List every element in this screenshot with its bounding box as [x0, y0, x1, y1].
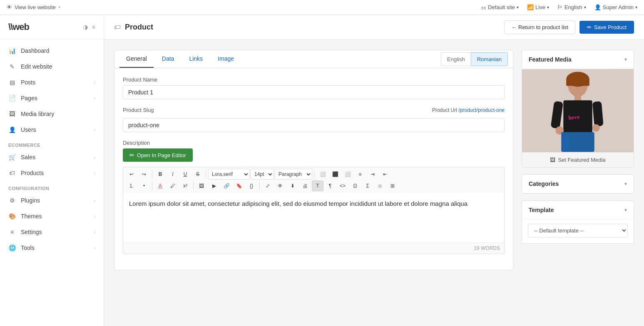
sidebar-item-themes[interactable]: 🎨 Themes ›: [0, 208, 104, 224]
users-icon: 👤: [8, 126, 16, 133]
sidebar-item-dashboard-inner: 📊 Dashboard: [8, 47, 50, 54]
sep-6: [259, 182, 260, 190]
bookmark-button[interactable]: 🔖: [233, 180, 245, 191]
text-color-button[interactable]: A: [154, 180, 166, 191]
sidebar-item-settings[interactable]: ≡ Settings ›: [0, 224, 104, 240]
topbar-right: ⚏ Default site ▾ 📶 Live ▾ 🏳 English ▾ 👤 …: [481, 4, 637, 10]
themes-icon: 🎨: [8, 212, 16, 220]
lang-tab-english[interactable]: English: [441, 52, 471, 66]
insert-video-button[interactable]: ▶: [208, 180, 220, 191]
fullscreen-button[interactable]: ⤢: [262, 180, 274, 191]
insert-image-button[interactable]: 🖼: [196, 180, 207, 191]
table-button[interactable]: ⊞: [387, 180, 398, 191]
set-featured-media-button[interactable]: 🖼 Set Featured Media: [522, 152, 634, 167]
ordered-list-button[interactable]: 1.: [126, 180, 137, 191]
bold-button[interactable]: B: [154, 169, 166, 180]
align-center-button[interactable]: ⬛: [329, 169, 341, 180]
categories-header[interactable]: Categories ▾: [522, 175, 634, 193]
underline-button[interactable]: U: [179, 169, 191, 180]
open-page-editor-button[interactable]: ✏ Open In Page Editor: [123, 148, 193, 162]
set-media-label: Set Featured Media: [558, 157, 605, 163]
font-family-select[interactable]: Lora,serif: [208, 169, 250, 180]
sidebar-item-users-inner: 👤 Users: [8, 126, 36, 133]
math-button[interactable]: Σ: [362, 180, 373, 191]
sidebar-item-pages-label: Pages: [21, 95, 37, 101]
settings-chevron: ›: [94, 230, 95, 235]
default-site-selector[interactable]: ⚏ Default site ▾: [481, 4, 519, 10]
admin-chevron: ▾: [635, 5, 637, 10]
sidebar-item-pages[interactable]: 📄 Pages ›: [0, 90, 104, 106]
sep-5: [193, 182, 194, 190]
char-map-button[interactable]: Ω: [349, 180, 361, 191]
sidebar-item-sales-label: Sales: [21, 154, 35, 161]
template-title: Template: [529, 207, 554, 213]
product-slug-input[interactable]: [123, 118, 505, 132]
print-button[interactable]: 🖨: [299, 180, 311, 191]
save-product-button[interactable]: ✏ Set Featured Media Save Product: [579, 21, 634, 34]
sidebar-item-edit-website[interactable]: ✎ Edit website: [0, 59, 104, 74]
product-name-input[interactable]: [123, 85, 505, 99]
align-justify-button[interactable]: ≡: [354, 169, 366, 180]
sidebar-item-users[interactable]: 👤 Users ›: [0, 122, 104, 138]
tab-general[interactable]: General: [119, 50, 154, 68]
template-header[interactable]: Template ▾: [522, 201, 634, 220]
sidebar-item-posts[interactable]: ▤ Posts ›: [0, 74, 104, 90]
html-source-button[interactable]: <>: [337, 180, 348, 191]
preview-button[interactable]: 👁: [274, 180, 286, 191]
tab-links[interactable]: Links: [182, 50, 209, 68]
tab-image[interactable]: Image: [211, 50, 241, 68]
emoji-button[interactable]: ☺: [374, 180, 386, 191]
menu-icon[interactable]: ≡: [92, 24, 95, 30]
sidebar-item-dashboard[interactable]: 📊 Dashboard: [0, 43, 104, 59]
lang-tab-romanian[interactable]: Romanian: [471, 52, 508, 66]
undo-button[interactable]: ↩: [126, 169, 137, 180]
indent-button[interactable]: ⇥: [367, 169, 378, 180]
svg-rect-4: [574, 95, 581, 101]
featured-media-header[interactable]: Featured Media ▾: [522, 50, 634, 69]
align-left-button[interactable]: ⬜: [317, 169, 328, 180]
sidebar-item-plugins[interactable]: ⚙ Plugins ›: [0, 193, 104, 208]
align-right-button[interactable]: ⬜: [342, 169, 353, 180]
code-block-button[interactable]: {}: [246, 180, 257, 191]
dashboard-icon: 📊: [8, 47, 16, 54]
logo-controls: ◑ ≡: [83, 24, 95, 30]
themes-chevron: ›: [94, 214, 95, 219]
sidebar-item-edit-inner: ✎ Edit website: [8, 63, 52, 70]
pages-chevron: ›: [94, 96, 95, 101]
return-to-list-button[interactable]: ← Return to product list: [504, 20, 575, 34]
highlight-button[interactable]: 🖊: [167, 180, 179, 191]
sidebar-nav: 📊 Dashboard ✎ Edit website ▤ Posts › 📄 P…: [0, 40, 104, 326]
strikethrough-button[interactable]: S: [192, 169, 204, 180]
paragraph-mark-button[interactable]: ¶: [324, 180, 336, 191]
form-area: Product Name Product Slug Product Url /p…: [114, 68, 513, 270]
page-title-area: 🏷 Product: [114, 23, 153, 32]
sidebar-item-posts-label: Posts: [21, 79, 35, 86]
language-selector[interactable]: 🏳 English ▾: [557, 4, 586, 10]
sidebar-item-products[interactable]: 🏷 Products ›: [0, 165, 104, 181]
format-active-button[interactable]: T: [312, 180, 323, 191]
sidebar-item-sales[interactable]: 🛒 Sales ›: [0, 149, 104, 165]
language-tabs: English Romanian: [441, 52, 508, 66]
insert-link-button[interactable]: 🔗: [221, 180, 232, 191]
font-size-select[interactable]: 14pt: [251, 169, 274, 180]
product-slug-label: Product Slug: [123, 107, 154, 113]
download-button[interactable]: ⬇: [287, 180, 298, 191]
outdent-button[interactable]: ⇤: [379, 169, 391, 180]
redo-button[interactable]: ↪: [138, 169, 150, 180]
view-live-label[interactable]: View live website: [15, 4, 56, 10]
unordered-list-button[interactable]: •: [138, 180, 150, 191]
live-selector[interactable]: 📶 Live ▾: [527, 4, 549, 10]
template-select[interactable]: -- Default template --: [528, 224, 628, 237]
theme-toggle-icon[interactable]: ◑: [83, 24, 88, 30]
admin-selector[interactable]: 👤 Super Admin ▾: [594, 4, 637, 10]
rte-content[interactable]: Lorem ipsum dolor sit amet, consectetur …: [123, 193, 505, 243]
sidebar-item-tools[interactable]: 🌐 Tools ›: [0, 240, 104, 256]
featured-media-collapse-icon: ▾: [624, 57, 627, 62]
tab-data[interactable]: Data: [155, 50, 181, 68]
sidebar-item-media-library[interactable]: 🖼 Media library: [0, 106, 104, 122]
italic-button[interactable]: I: [167, 169, 179, 180]
product-url-link[interactable]: /product/product-one: [458, 107, 505, 113]
paragraph-style-select[interactable]: Paragraph: [275, 169, 312, 180]
sidebar-item-products-label: Products: [21, 170, 44, 176]
superscript-button[interactable]: x²: [179, 180, 191, 191]
